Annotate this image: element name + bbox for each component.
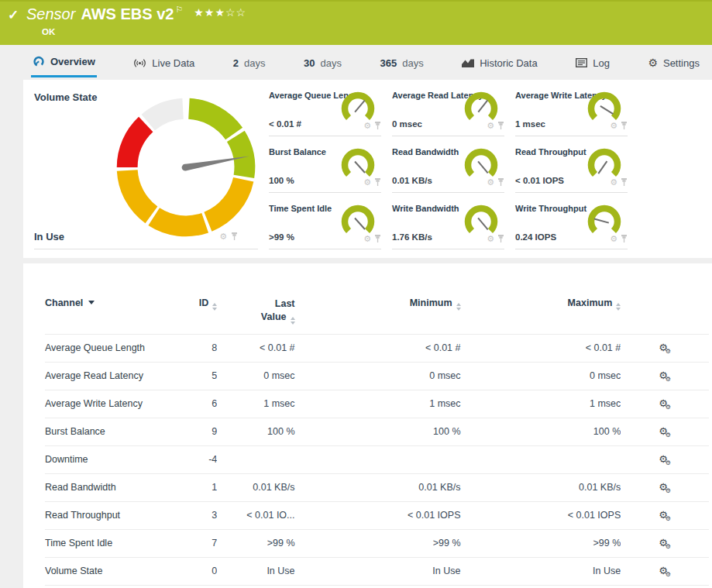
- channel-settings-gears-icon[interactable]: ⚙⚙: [659, 425, 671, 438]
- status-check-icon: ✓: [8, 7, 19, 23]
- gear-icon[interactable]: ⚙: [487, 122, 494, 130]
- gear-icon[interactable]: ⚙: [610, 235, 617, 243]
- cell-last: < 0.01 #: [217, 334, 294, 362]
- gear-icon[interactable]: ⚙: [487, 235, 494, 243]
- table-row: Volume State0In UseIn UseIn Use⚙⚙: [45, 557, 709, 585]
- table-row: Burst Balance9100 %100 %100 %⚙⚙: [45, 418, 709, 445]
- sort-desc-icon[interactable]: [88, 301, 95, 304]
- tab-label: Live Data: [152, 57, 194, 69]
- mini-gauge-avg-write-latency: Average Write Latency 1 msec ⚙: [515, 80, 628, 136]
- tab-log[interactable]: Log: [574, 48, 611, 77]
- gauge-value: < 0.01 IOPS: [515, 176, 564, 185]
- column-header-maximum[interactable]: Maximum: [461, 293, 621, 334]
- table-header-row: Channel ID Last Value Minimum Maximum: [45, 293, 709, 334]
- mini-gauge-write-bandwidth: Write Bandwidth 1.76 KB/s ⚙: [392, 193, 504, 249]
- pin-icon[interactable]: [374, 178, 381, 187]
- stars-empty[interactable]: ☆☆: [225, 6, 246, 19]
- cell-min: 0.01 KB/s: [295, 473, 461, 501]
- cell-id: 6: [194, 390, 217, 418]
- sort-icon[interactable]: [456, 303, 461, 311]
- gear-icon[interactable]: ⚙: [219, 232, 227, 241]
- pin-icon[interactable]: [497, 122, 504, 130]
- gear-icon[interactable]: ⚙: [363, 235, 371, 243]
- cell-name: Time Spent Idle: [45, 529, 194, 557]
- pin-icon[interactable]: [374, 122, 381, 130]
- cell-actions: ⚙⚙: [621, 334, 709, 362]
- gear-icon[interactable]: ⚙: [487, 178, 494, 187]
- sort-icon[interactable]: [616, 303, 621, 311]
- sensor-name: AWS EBS v2: [81, 5, 174, 22]
- cell-name: Read Bandwidth: [45, 473, 194, 501]
- table-row: Downtime-4⚙⚙: [45, 445, 709, 473]
- tab-overview[interactable]: Overview: [31, 48, 97, 77]
- volume-state-gauge: [112, 93, 260, 242]
- cell-last: 0.01 KB/s: [217, 473, 294, 501]
- column-label: Maximum: [568, 297, 613, 308]
- cell-max: [461, 445, 621, 473]
- status-badge: OK: [42, 27, 55, 36]
- tab-365-days[interactable]: 365 days: [379, 48, 425, 77]
- channel-settings-gears-icon[interactable]: ⚙⚙: [659, 370, 671, 383]
- cell-max: < 0.01 #: [461, 334, 621, 362]
- cell-actions: ⚙⚙: [621, 390, 709, 418]
- tab-2-days[interactable]: 2 days: [232, 48, 267, 77]
- table-row: Average Read Latency50 msec0 msec0 msec⚙…: [45, 362, 709, 390]
- gauge-value: 1 msec: [515, 119, 545, 129]
- gear-icon[interactable]: ⚙: [363, 178, 371, 187]
- mini-gauge-read-bandwidth: Read Bandwidth 0.01 KB/s ⚙: [392, 136, 504, 193]
- cell-actions: ⚙⚙: [621, 585, 709, 588]
- log-icon: [576, 58, 587, 67]
- pin-icon[interactable]: [621, 122, 628, 130]
- sort-icon[interactable]: [291, 317, 295, 325]
- column-header-last-value[interactable]: Last Value: [217, 293, 294, 334]
- gauge-icon: [33, 56, 45, 67]
- flag-icon[interactable]: ⚐: [175, 5, 183, 14]
- channel-settings-gears-icon[interactable]: ⚙⚙: [659, 397, 671, 411]
- gauge-title: Read Bandwidth: [392, 147, 459, 156]
- gear-icon[interactable]: ⚙: [610, 122, 617, 130]
- table-row: Average Write Latency61 msec1 msec1 msec…: [45, 390, 709, 418]
- gauges-panel: Volume State In Use ⚙ Average Queue Leng…: [23, 80, 712, 258]
- pin-icon[interactable]: [497, 235, 504, 243]
- cell-max: 1.76 KB/s: [461, 585, 621, 588]
- column-header-id[interactable]: ID: [194, 293, 217, 334]
- pin-icon[interactable]: [497, 178, 504, 187]
- table-row: Read Throughput3< 0.01 IO...< 0.01 IOPS<…: [45, 501, 709, 529]
- channel-settings-gears-icon[interactable]: ⚙⚙: [659, 537, 671, 550]
- pin-icon[interactable]: [231, 232, 238, 241]
- cell-max: 1 msec: [461, 390, 621, 418]
- stars-filled[interactable]: ★★★: [194, 6, 225, 19]
- tab-label: Historic Data: [480, 57, 537, 69]
- mini-gauge-burst-balance: Burst Balance 100 % ⚙: [269, 136, 381, 193]
- gear-icon[interactable]: ⚙: [610, 178, 617, 187]
- channel-settings-gears-icon[interactable]: ⚙⚙: [659, 565, 671, 578]
- tab-settings[interactable]: ⚙ Settings: [646, 48, 701, 77]
- broadcast-icon: [133, 58, 146, 68]
- pin-icon[interactable]: [621, 235, 628, 243]
- channel-settings-gears-icon[interactable]: ⚙⚙: [659, 453, 671, 466]
- tab-live-data[interactable]: Live Data: [132, 48, 196, 77]
- priority-stars[interactable]: ★★★☆☆: [194, 6, 246, 19]
- column-header-minimum[interactable]: Minimum: [295, 293, 461, 334]
- channel-settings-gears-icon[interactable]: ⚙⚙: [659, 481, 671, 494]
- cell-name: Average Read Latency: [45, 362, 194, 390]
- channel-settings-gears-icon[interactable]: ⚙⚙: [659, 342, 671, 355]
- cell-min: >99 %: [295, 529, 461, 557]
- table-row: Read Bandwidth10.01 KB/s0.01 KB/s0.01 KB…: [45, 473, 709, 501]
- cell-max: >99 %: [461, 529, 621, 557]
- tab-30-days[interactable]: 30 days: [302, 48, 343, 77]
- pin-icon[interactable]: [374, 235, 381, 243]
- mini-gauge-avg-read-latency: Average Read Latency 0 msec ⚙: [392, 80, 504, 136]
- cell-last: 1.76 KB/s: [217, 585, 294, 588]
- tab-unit: days: [402, 57, 423, 69]
- cell-name: Average Write Latency: [45, 390, 194, 418]
- cell-min: 1 msec: [295, 390, 461, 418]
- pin-icon[interactable]: [621, 178, 628, 187]
- sensor-header: ✓ SensorAWS EBS v2⚐★★★☆☆ OK: [0, 0, 712, 45]
- column-header-channel[interactable]: Channel: [45, 293, 194, 334]
- channel-settings-gears-icon[interactable]: ⚙⚙: [659, 509, 671, 522]
- sort-icon[interactable]: [212, 303, 217, 311]
- tab-label: Settings: [663, 57, 700, 69]
- tab-historic-data[interactable]: Historic Data: [460, 48, 538, 77]
- gear-icon[interactable]: ⚙: [363, 122, 371, 130]
